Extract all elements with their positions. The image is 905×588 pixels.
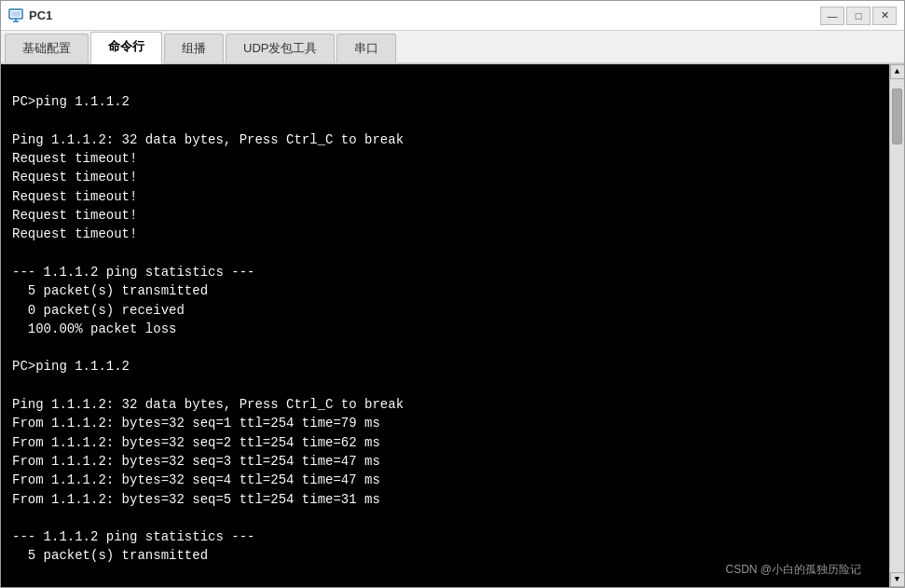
maximize-button[interactable]: □ <box>846 7 871 25</box>
scrollbar-down-button[interactable]: ▼ <box>890 572 905 587</box>
minimize-button[interactable]: — <box>820 7 844 25</box>
content-wrapper: PC>ping 1.1.1.2 Ping 1.1.1.2: 32 data by… <box>1 64 889 587</box>
title-bar-left: PC1 <box>8 8 52 23</box>
scrollbar: ▲ ▼ <box>889 64 904 587</box>
tab-basic-config[interactable]: 基础配置 <box>5 34 89 62</box>
content-area: PC>ping 1.1.1.2 Ping 1.1.1.2: 32 data by… <box>1 64 904 587</box>
window-title: PC1 <box>29 8 52 22</box>
svg-rect-3 <box>11 11 21 17</box>
main-window: PC1 — □ ✕ 基础配置 命令行 组播 UDP发包工具 串口 PC>ping… <box>0 0 905 588</box>
tab-serial[interactable]: 串口 <box>336 34 396 62</box>
tab-udp-tool[interactable]: UDP发包工具 <box>226 34 335 62</box>
scrollbar-track[interactable] <box>890 79 904 572</box>
title-bar-buttons: — □ ✕ <box>820 7 897 25</box>
tab-command-line[interactable]: 命令行 <box>90 32 162 64</box>
tab-multicast[interactable]: 组播 <box>164 34 224 62</box>
title-bar: PC1 — □ ✕ <box>1 1 904 31</box>
close-button[interactable]: ✕ <box>872 7 897 25</box>
scrollbar-thumb[interactable] <box>892 89 902 144</box>
terminal-output[interactable]: PC>ping 1.1.1.2 Ping 1.1.1.2: 32 data by… <box>1 64 889 587</box>
tab-bar: 基础配置 命令行 组播 UDP发包工具 串口 <box>1 31 904 64</box>
monitor-icon <box>8 8 23 23</box>
scrollbar-up-button[interactable]: ▲ <box>890 64 905 79</box>
